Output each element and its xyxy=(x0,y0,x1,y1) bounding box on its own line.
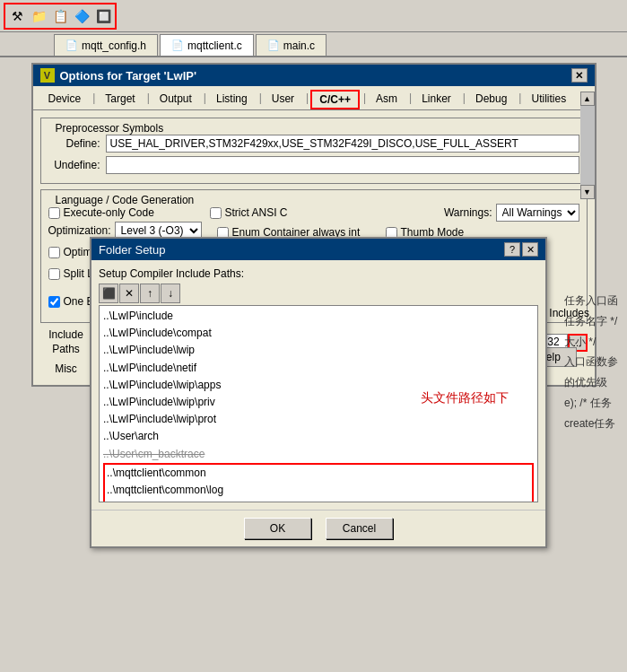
tab-nav-listing[interactable]: Listing xyxy=(208,90,256,109)
annotation-line-6: e); /* 任务 xyxy=(564,393,618,414)
tab-mqttclient[interactable]: 📄 mqttclient.c xyxy=(160,34,254,56)
list-item-2[interactable]: ..\LwIP\include\lwip xyxy=(103,342,534,359)
tab-label-mqttclient: mqttclient.c xyxy=(187,39,242,52)
folder-label: Setup Compiler Include Paths: xyxy=(99,267,538,280)
annotation-line-2: 任务名字 */ xyxy=(564,311,618,332)
scroll-up-btn[interactable]: ▲ xyxy=(580,92,595,106)
list-item-7[interactable]: ..\User\arch xyxy=(103,428,534,445)
tab-label-mqtt-config: mqtt_config.h xyxy=(82,39,146,52)
tab-nav-user[interactable]: User xyxy=(264,90,302,109)
tool-icon-3[interactable]: 📋 xyxy=(50,6,70,26)
include-label-line2: Paths xyxy=(40,343,92,357)
warnings-label: Warnings: xyxy=(444,206,492,219)
folder-question-btn[interactable]: ? xyxy=(504,242,520,257)
right-annotation: 任务入口函 任务名字 */ 大小 */ 入口函数参 的优先级 e); /* 任务… xyxy=(564,291,618,434)
annotation-line-3: 大小 */ xyxy=(564,332,618,353)
right-scrollbar[interactable]: ▲ ▼ xyxy=(580,92,595,199)
tool-icon-4[interactable]: 🔷 xyxy=(72,6,91,26)
include-label-line1: Include xyxy=(40,328,92,343)
tab-nav-cc[interactable]: C/C++ xyxy=(310,90,360,109)
folder-titlebar-btns: ? ✕ xyxy=(504,242,538,257)
dialog-close-btn[interactable]: ✕ xyxy=(571,68,588,83)
tab-icon-mqttclient: 📄 xyxy=(171,39,184,51)
list-item-9[interactable]: ..\mqttclient\common xyxy=(107,465,530,482)
tab-bar: 📄 mqtt_config.h 📄 mqttclient.c 📄 main.c xyxy=(0,32,627,57)
misc-label: Misc xyxy=(40,362,92,375)
folder-content: Setup Compiler Include Paths: ⬛ ✕ ↑ ↓ ..… xyxy=(91,260,545,510)
cancel-button[interactable]: Cancel xyxy=(326,518,393,539)
execute-only-checkbox[interactable] xyxy=(48,207,60,219)
tab-mqtt-config[interactable]: 📄 mqtt_config.h xyxy=(54,34,158,56)
execute-only-item: Execute-only Code xyxy=(48,206,210,219)
undefine-input[interactable] xyxy=(106,156,579,174)
opt-time-checkbox[interactable] xyxy=(48,247,60,258)
list-item-11[interactable]: ..\mqttclient\network xyxy=(107,499,530,502)
annotation-line-5: 的优先级 xyxy=(564,372,618,393)
annotation-text: 头文件路径如下 xyxy=(421,387,528,409)
tab-nav-linker[interactable]: Linker xyxy=(414,90,459,109)
folder-tool-down[interactable]: ↓ xyxy=(161,284,180,303)
folder-tool-delete[interactable]: ✕ xyxy=(119,284,139,303)
folder-tool-up[interactable]: ↑ xyxy=(140,284,160,303)
preprocessor-legend: Preprocessor Symbols xyxy=(52,122,579,135)
one-elf-checkbox[interactable] xyxy=(48,296,60,308)
toolbar: ⚒ 📁 📋 🔷 🔲 xyxy=(0,0,627,32)
tab-nav-target[interactable]: Target xyxy=(97,90,143,109)
dialog-title: Options for Target 'LwIP' xyxy=(60,69,197,83)
list-item-0[interactable]: ..\LwIP\include xyxy=(103,308,534,325)
tab-nav-output[interactable]: Output xyxy=(152,90,200,109)
annotation-line-4: 入口函数参 xyxy=(564,352,618,372)
undefine-row: Undefine: xyxy=(48,156,579,174)
folder-title: Folder Setup xyxy=(99,243,165,257)
main-area: V Options for Target 'LwIP' ✕ Device | T… xyxy=(0,57,627,672)
tool-icon-5[interactable]: 🔲 xyxy=(93,6,113,26)
scroll-track xyxy=(580,106,595,185)
tab-label-main: main.c xyxy=(283,39,315,52)
annotation-line-1: 任务入口函 xyxy=(564,291,618,311)
list-item-8[interactable]: ..\User\cm_backtrace xyxy=(103,446,534,463)
folder-list-container: ..\LwIP\include ..\LwIP\include\compat .… xyxy=(99,305,538,502)
folder-close-btn[interactable]: ✕ xyxy=(522,242,538,257)
execute-only-label: Execute-only Code xyxy=(64,206,154,219)
tool-icon-2[interactable]: 📁 xyxy=(29,6,48,26)
split-load-checkbox[interactable] xyxy=(48,268,60,280)
define-input[interactable] xyxy=(106,135,579,153)
scroll-down-btn[interactable]: ▼ xyxy=(580,185,595,199)
highlighted-group: ..\mqttclient\common ..\mqttclient\commo… xyxy=(103,463,534,502)
folder-setup-dialog: Folder Setup ? ✕ Setup Compiler Include … xyxy=(90,237,547,548)
optimization-label: Optimization: xyxy=(48,224,111,237)
folder-toolbar: ⬛ ✕ ↑ ↓ xyxy=(99,284,538,303)
folder-titlebar: Folder Setup ? ✕ xyxy=(91,239,545,260)
list-item-6[interactable]: ..\LwIP\include\lwip\prot xyxy=(103,411,534,428)
list-item-1[interactable]: ..\LwIP\include\compat xyxy=(103,325,534,342)
undefine-label: Undefine: xyxy=(48,159,100,171)
strict-ansi-item: Strict ANSI C xyxy=(210,206,371,219)
define-label: Define: xyxy=(48,137,100,150)
warnings-select[interactable]: All Warnings xyxy=(496,204,579,222)
list-item-10[interactable]: ..\mqttclient\common\log xyxy=(107,482,530,499)
titlebar-left: V Options for Target 'LwIP' xyxy=(40,68,197,83)
tab-nav-device[interactable]: Device xyxy=(40,90,90,109)
define-row: Define: xyxy=(48,135,579,153)
tab-nav-asm[interactable]: Asm xyxy=(368,90,405,109)
annotation-line-7: create任务 xyxy=(564,414,618,434)
preprocessor-group: Preprocessor Symbols Define: Undefine: xyxy=(40,118,588,184)
tab-nav: Device | Target | Output | Listing | Use… xyxy=(33,86,595,110)
dialog-icon: V xyxy=(40,68,55,83)
tab-main[interactable]: 📄 main.c xyxy=(256,34,327,56)
include-paths-label: Include Paths xyxy=(40,328,92,356)
tab-nav-debug[interactable]: Debug xyxy=(467,90,515,109)
ok-button[interactable]: OK xyxy=(244,518,311,539)
folder-tool-new[interactable]: ⬛ xyxy=(99,284,118,303)
tab-nav-utilities[interactable]: Utilities xyxy=(523,90,574,109)
list-item-3[interactable]: ..\LwIP\include\netif xyxy=(103,360,534,377)
toolbar-icon-group: ⚒ 📁 📋 🔷 🔲 xyxy=(4,3,117,30)
strict-ansi-label: Strict ANSI C xyxy=(225,206,288,219)
strict-ansi-checkbox[interactable] xyxy=(210,207,222,219)
tab-icon-main: 📄 xyxy=(267,39,280,51)
folder-footer: OK Cancel xyxy=(91,510,545,546)
tool-icon-1[interactable]: ⚒ xyxy=(7,6,27,26)
dialog-titlebar: V Options for Target 'LwIP' ✕ xyxy=(33,65,595,86)
tab-icon-mqtt-config: 📄 xyxy=(65,39,78,51)
